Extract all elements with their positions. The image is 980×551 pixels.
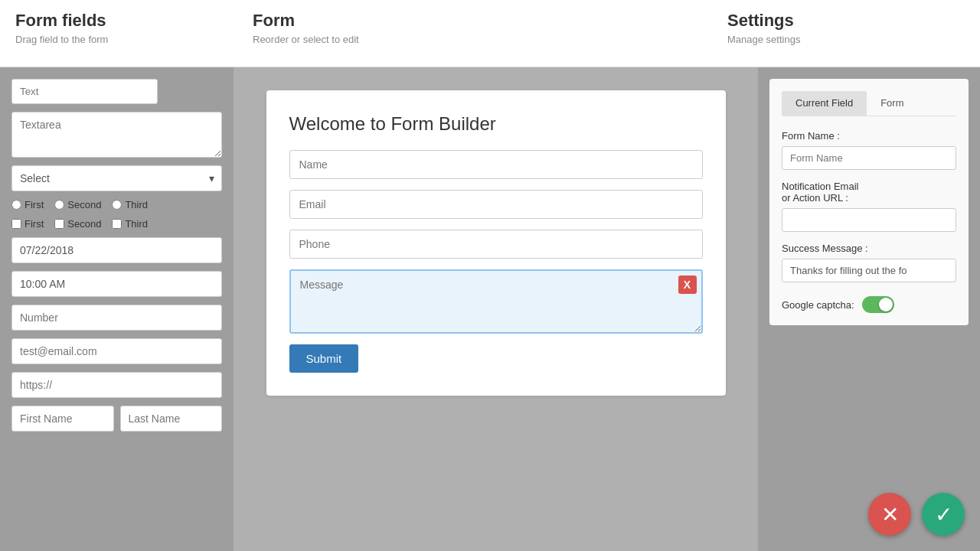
select-wrapper: Select ▾ [11,165,222,191]
form-subtitle: Reorder or select to edit [253,34,727,45]
cancel-button[interactable]: ✕ [868,493,911,536]
bottom-buttons: ✕ ✓ [868,493,965,536]
form-title: Form [253,11,727,31]
checkbox-second[interactable]: Second [54,218,101,230]
settings-form-name-input[interactable] [782,146,956,170]
center-panel: Welcome to Form Builder X Submit [234,67,758,551]
form-card: Welcome to Form Builder X Submit [266,90,726,396]
settings-subtitle: Manage settings [727,34,965,45]
form-name-label: Form Name : [782,130,956,142]
date-field[interactable] [11,237,222,263]
captcha-row: Google captcha: [782,296,956,313]
radio-group: First Second Third [11,199,222,210]
settings-title: Settings [727,11,965,31]
number-field[interactable] [11,305,222,331]
checkbox-third[interactable]: Third [112,218,148,230]
header-form-fields: Form fields Drag field to the form [15,11,253,45]
main-layout: Select ▾ First Second Third First Second… [0,67,980,551]
captcha-toggle[interactable] [862,296,894,313]
confirm-button[interactable]: ✓ [922,493,965,536]
tab-current-field[interactable]: Current Field [782,91,867,116]
form-phone-input[interactable] [289,230,703,259]
form-message-textarea[interactable] [291,271,701,332]
radio-first[interactable]: First [11,199,44,210]
header: Form fields Drag field to the form Form … [0,0,980,67]
checkbox-first[interactable]: First [11,218,44,230]
text-field[interactable] [11,79,158,104]
settings-success-input[interactable] [782,259,956,282]
settings-notification-input[interactable] [782,208,956,232]
success-label: Success Message : [782,243,956,254]
form-fields-title: Form fields [15,11,253,31]
form-fields-subtitle: Drag field to the form [15,34,253,45]
header-settings: Settings Manage settings [727,11,965,45]
notification-label: Notification Email or Action URL : [782,181,956,204]
last-name-field[interactable] [120,406,223,432]
radio-third[interactable]: Third [112,199,148,210]
submit-button[interactable]: Submit [289,344,359,373]
textarea-field[interactable] [11,112,222,158]
remove-message-button[interactable]: X [678,276,697,294]
settings-tabs: Current Field Form [782,91,956,116]
name-row [11,406,222,432]
toggle-knob [879,298,893,311]
captcha-label: Google captcha: [782,299,854,311]
settings-card: Current Field Form Form Name : Notificat… [769,79,969,325]
select-field[interactable]: Select [11,165,222,191]
time-field[interactable] [11,271,222,297]
form-card-title: Welcome to Form Builder [289,113,703,135]
left-panel: Select ▾ First Second Third First Second… [0,67,234,551]
checkbox-group: First Second Third [11,218,222,230]
message-wrapper: X [289,269,703,334]
form-name-input[interactable] [289,150,703,179]
form-email-input[interactable] [289,190,703,219]
first-name-field[interactable] [11,406,114,432]
email-field[interactable] [11,338,222,364]
right-panel: Current Field Form Form Name : Notificat… [758,67,980,551]
header-form: Form Reorder or select to edit [253,11,727,45]
tab-form[interactable]: Form [867,91,917,116]
url-field[interactable] [11,372,222,398]
radio-second[interactable]: Second [54,199,101,210]
